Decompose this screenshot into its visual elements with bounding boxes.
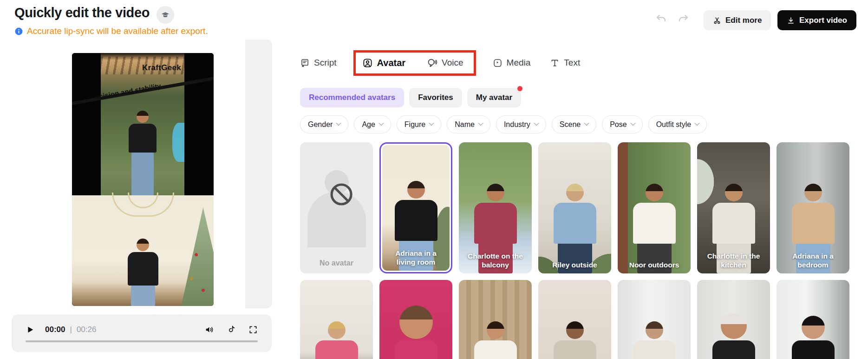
avatar-tile[interactable] (618, 280, 691, 359)
chevron-down-icon (584, 120, 589, 125)
tab-text[interactable]: Text (550, 58, 580, 68)
chevron-down-icon (429, 120, 434, 125)
media-icon (493, 58, 503, 68)
scissors-icon (713, 16, 721, 25)
undo-button[interactable] (655, 13, 667, 26)
avatar-tile[interactable] (459, 280, 532, 359)
avatar-image (459, 280, 532, 359)
fullscreen-button[interactable] (248, 325, 258, 334)
avatar-image: Noor outdoors (618, 142, 691, 273)
edit-more-label: Edit more (725, 16, 762, 25)
avatar-tile-no-avatar[interactable]: No avatar (300, 142, 373, 273)
avatar-grid: No avatar Adriana in a living room Charl… (300, 142, 851, 359)
avatar-name: No avatar (303, 259, 370, 268)
export-video-button[interactable]: Export video (777, 10, 856, 30)
avatar-tile[interactable] (379, 280, 452, 359)
avatar-tile-selected[interactable]: Adriana in a living room (379, 142, 452, 273)
video-preview[interactable]: KraftGeek ecision and stability (72, 53, 214, 306)
avatar-image: Adriana in a bedroom (777, 142, 849, 273)
fullscreen-icon (248, 325, 258, 334)
avatar-person (128, 239, 158, 306)
avatar-tile[interactable]: Charlotte on the balcony (459, 142, 532, 273)
chevron-down-icon (695, 120, 700, 125)
filter-scene[interactable]: Scene (552, 115, 596, 133)
pool-art (172, 123, 184, 162)
export-video-label: Export video (799, 16, 847, 25)
chip-favorites-label: Favorites (418, 93, 453, 102)
play-icon (26, 325, 35, 334)
chevron-down-icon (630, 120, 635, 125)
edit-more-button[interactable]: Edit more (704, 10, 771, 30)
tiktok-note-icon (227, 325, 236, 334)
page-title: Quickly edit the video (14, 5, 150, 20)
avatar-tile[interactable] (538, 280, 611, 359)
filter-name[interactable]: Name (447, 115, 490, 133)
chip-my-avatar[interactable]: My avatar (467, 88, 521, 107)
chip-recommended-label: Recommended avatars (309, 93, 395, 102)
volume-button[interactable] (204, 325, 215, 335)
avatar-image: Adriana in a living room (382, 145, 450, 271)
video-brand-text: KraftGeek (142, 63, 181, 73)
filter-gender[interactable]: Gender (300, 115, 348, 133)
chevron-down-icon (336, 120, 341, 125)
chip-favorites[interactable]: Favorites (409, 88, 462, 107)
undo-icon (655, 13, 667, 26)
avatar-tile[interactable]: Charlotte in the kitchen (697, 142, 770, 273)
avatar-image: Riley outside (538, 142, 611, 273)
video-top-clip: KraftGeek ecision and stability (72, 53, 214, 195)
tab-voice[interactable]: Voice (427, 58, 463, 68)
filter-age[interactable]: Age (354, 115, 391, 133)
chevron-down-icon (534, 120, 539, 125)
avatar-tile[interactable]: Noor outdoors (618, 142, 691, 273)
filter-pose-label: Pose (610, 120, 627, 129)
tutorial-button[interactable] (157, 6, 174, 24)
avatar-scene (72, 195, 214, 306)
filter-gender-label: Gender (308, 120, 333, 129)
notification-dot (517, 86, 522, 91)
avatar-tile[interactable]: Riley outside (538, 142, 611, 273)
filter-industry-label: Industry (504, 120, 530, 129)
filter-industry[interactable]: Industry (496, 115, 546, 133)
redo-icon (677, 13, 690, 26)
tiktok-button[interactable] (227, 325, 236, 334)
person-figure (315, 321, 358, 359)
avatar-name: Adriana in a living room (385, 249, 447, 266)
filter-outfit-style[interactable]: Outfit style (648, 115, 707, 133)
avatar-tile[interactable] (777, 280, 849, 359)
avatar-image: Charlotte in the kitchen (697, 142, 770, 273)
redo-button[interactable] (677, 13, 690, 26)
current-time: 00:00 (45, 325, 65, 334)
tab-avatar[interactable]: Avatar (362, 58, 406, 68)
tab-media-label: Media (507, 58, 531, 68)
filter-pose[interactable]: Pose (602, 115, 642, 133)
avatar-image (697, 280, 770, 359)
tab-media[interactable]: Media (493, 58, 531, 68)
avatar-tile[interactable]: Adriana in a bedroom (777, 142, 849, 273)
editor-tabs: Script Avatar Voice Media Text (300, 48, 580, 78)
preview-panel-edge (245, 40, 272, 308)
lipsync-notice: Accurate lip-sync will be available afte… (14, 26, 208, 36)
avatar-name: Noor outdoors (620, 261, 688, 269)
notice-text: Accurate lip-sync will be available afte… (27, 26, 208, 36)
duration: 00:26 (77, 325, 97, 334)
no-avatar-art: No avatar (300, 142, 373, 273)
player-bar: 00:00 | 00:26 (12, 314, 272, 352)
avatar-source-chips: Recommended avatars Favorites My avatar (300, 88, 521, 107)
avatar-tile[interactable] (300, 280, 373, 359)
graduation-cap-icon (161, 10, 170, 20)
tab-text-label: Text (564, 58, 580, 68)
avatar-tile[interactable] (697, 280, 770, 359)
text-icon (550, 58, 560, 68)
filter-figure-label: Figure (405, 120, 425, 129)
download-icon (787, 16, 795, 25)
play-button[interactable] (26, 325, 35, 334)
progress-bar[interactable] (26, 340, 258, 342)
highlight-box: Avatar Voice (353, 50, 476, 76)
filter-figure[interactable]: Figure (397, 115, 441, 133)
person-figure (474, 321, 517, 359)
info-icon (14, 27, 23, 36)
avatar-image (379, 280, 452, 359)
chip-recommended-avatars[interactable]: Recommended avatars (300, 88, 404, 107)
tab-script[interactable]: Script (300, 58, 337, 68)
chandelier-art (108, 193, 178, 219)
